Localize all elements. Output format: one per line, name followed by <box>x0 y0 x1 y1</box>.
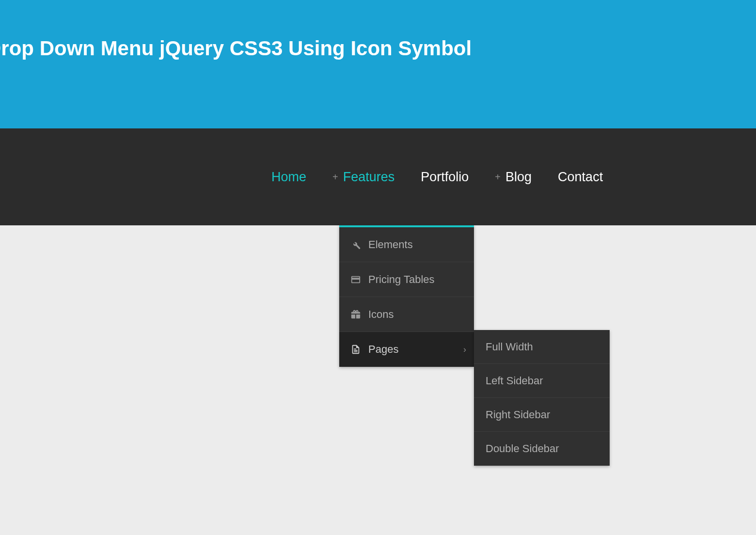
nav-list: Home + Features Portfolio + Blog Contact <box>271 170 603 185</box>
nav-item-contact[interactable]: Contact <box>558 170 603 185</box>
gift-icon <box>350 309 362 320</box>
dropdown-item-pricing-tables[interactable]: Pricing Tables <box>339 262 474 297</box>
nav-label: Home <box>271 170 306 185</box>
nav-label: Contact <box>558 170 603 185</box>
submenu-item-double-sidebar[interactable]: Double Sidebar <box>474 432 610 466</box>
card-icon <box>350 274 362 285</box>
submenu-label: Double Sidebar <box>486 442 559 455</box>
hero-title: Drop Down Menu jQuery CSS3 Using Icon Sy… <box>0 37 472 60</box>
document-icon <box>350 344 362 355</box>
nav-label: Blog <box>505 170 532 185</box>
dropdown-item-icons[interactable]: Icons <box>339 297 474 332</box>
nav-label: Portfolio <box>421 170 469 185</box>
submenu-label: Full Width <box>486 341 533 353</box>
submenu-label: Left Sidebar <box>486 375 543 387</box>
dropdown-item-pages[interactable]: Pages › <box>339 332 474 367</box>
submenu-item-full-width[interactable]: Full Width <box>474 330 610 364</box>
chevron-right-icon: › <box>463 345 466 355</box>
wrench-icon <box>350 239 362 251</box>
nav-item-blog[interactable]: + Blog <box>495 170 532 185</box>
dropdown-item-elements[interactable]: Elements <box>339 227 474 262</box>
features-dropdown: Elements Pricing Tables Icons Pages › <box>339 225 474 367</box>
plus-icon: + <box>332 172 338 183</box>
dropdown-label: Icons <box>368 308 394 321</box>
main-navbar: Home + Features Portfolio + Blog Contact <box>0 128 756 225</box>
submenu-item-left-sidebar[interactable]: Left Sidebar <box>474 364 610 398</box>
plus-icon: + <box>495 172 501 183</box>
nav-item-portfolio[interactable]: Portfolio <box>421 170 469 185</box>
nav-label: Features <box>343 170 395 185</box>
hero-banner: Drop Down Menu jQuery CSS3 Using Icon Sy… <box>0 0 756 128</box>
dropdown-label: Pages <box>368 343 398 356</box>
nav-item-home[interactable]: Home <box>271 170 306 185</box>
nav-item-features[interactable]: + Features <box>332 170 394 185</box>
submenu-item-right-sidebar[interactable]: Right Sidebar <box>474 398 610 432</box>
submenu-label: Right Sidebar <box>486 409 550 421</box>
dropdown-label: Pricing Tables <box>368 273 435 286</box>
pages-submenu: Full Width Left Sidebar Right Sidebar Do… <box>474 330 610 466</box>
dropdown-label: Elements <box>368 238 413 251</box>
